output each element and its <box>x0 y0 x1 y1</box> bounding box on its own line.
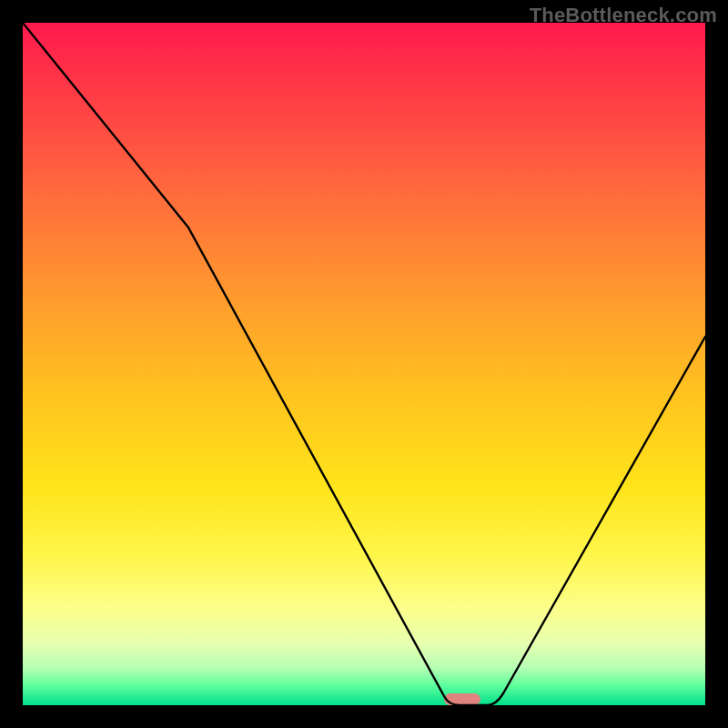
curve-path <box>23 23 705 705</box>
watermark-text: TheBottleneck.com <box>530 4 717 27</box>
chart-frame: TheBottleneck.com <box>0 0 728 728</box>
bottleneck-curve <box>23 23 705 705</box>
plot-area <box>23 23 705 705</box>
